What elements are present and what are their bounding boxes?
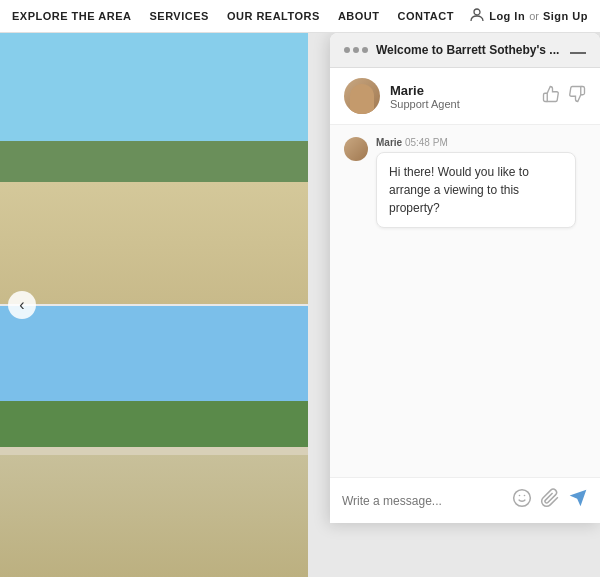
nav-explore[interactable]: EXPLORE THE AREA	[12, 10, 131, 22]
login-link[interactable]: Log In	[489, 10, 525, 22]
message-meta: Marie 05:48 PM	[376, 137, 576, 148]
message-time: 05:48 PM	[405, 137, 448, 148]
nav-contact[interactable]: CONTACT	[398, 10, 454, 22]
house-image-1	[0, 33, 308, 304]
agent-info: Marie Support Agent	[390, 83, 532, 110]
message-bubble: Hi there! Would you like to arrange a vi…	[376, 152, 576, 228]
chat-header: Welcome to Barrett Sotheby's ...	[330, 33, 600, 68]
auth-or: or	[529, 10, 539, 22]
message-content: Marie 05:48 PM Hi there! Would you like …	[376, 137, 576, 228]
agent-actions	[542, 85, 586, 107]
thumbdown-button[interactable]	[568, 85, 586, 107]
chat-input-icons	[512, 488, 588, 513]
signup-link[interactable]: Sign Up	[543, 10, 588, 22]
chat-minimize-button[interactable]	[570, 52, 586, 54]
nav-services[interactable]: SERVICES	[149, 10, 208, 22]
message-sender: Marie	[376, 137, 402, 148]
property-images	[0, 33, 308, 577]
send-button[interactable]	[568, 488, 588, 513]
message-avatar	[344, 137, 368, 161]
chat-input-area	[330, 477, 600, 523]
agent-name: Marie	[390, 83, 532, 98]
chat-input[interactable]	[342, 494, 504, 508]
prev-arrow[interactable]: ‹	[8, 291, 36, 319]
chat-dot-1	[344, 47, 350, 53]
nav-realtors[interactable]: OUR REALTORS	[227, 10, 320, 22]
chat-dots	[344, 47, 368, 53]
user-icon	[469, 7, 485, 25]
property-image-bottom	[0, 306, 308, 577]
chat-dot-3	[362, 47, 368, 53]
chat-dot-2	[353, 47, 359, 53]
chat-agent-bar: Marie Support Agent	[330, 68, 600, 125]
agent-role: Support Agent	[390, 98, 532, 110]
chat-header-left: Welcome to Barrett Sotheby's ...	[344, 43, 559, 57]
house-image-2	[0, 306, 308, 577]
thumbup-button[interactable]	[542, 85, 560, 107]
nav-links: EXPLORE THE AREA SERVICES OUR REALTORS A…	[12, 10, 469, 22]
message-row: Marie 05:48 PM Hi there! Would you like …	[344, 137, 586, 228]
svg-point-0	[474, 9, 480, 15]
agent-avatar	[344, 78, 380, 114]
chat-title: Welcome to Barrett Sotheby's ...	[376, 43, 559, 57]
property-image-top	[0, 33, 308, 304]
attach-button[interactable]	[540, 488, 560, 513]
chat-messages: Marie 05:48 PM Hi there! Would you like …	[330, 125, 600, 477]
svg-point-1	[514, 490, 531, 507]
chat-widget: Welcome to Barrett Sotheby's ... Marie S…	[330, 33, 600, 523]
navbar: EXPLORE THE AREA SERVICES OUR REALTORS A…	[0, 0, 600, 33]
emoji-button[interactable]	[512, 488, 532, 513]
main-area: ‹ Welcome to Barrett Sotheby's ... Marie	[0, 33, 600, 577]
nav-about[interactable]: ABOUT	[338, 10, 380, 22]
nav-auth: Log In or Sign Up	[469, 7, 588, 25]
